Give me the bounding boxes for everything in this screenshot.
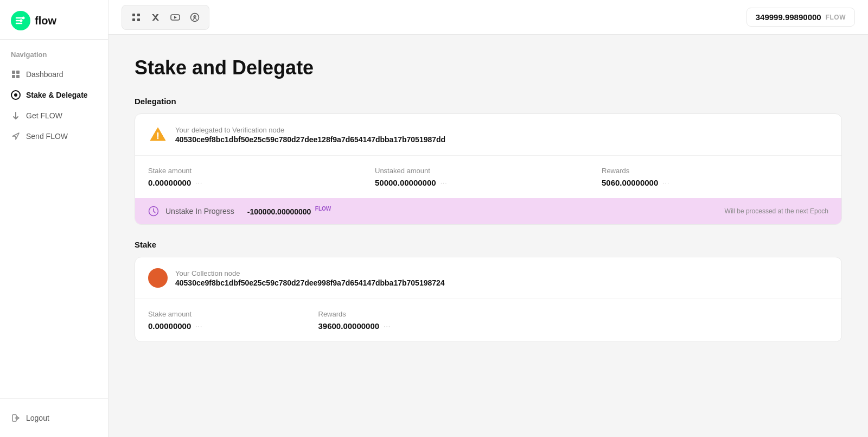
delegation-stake-value: 0.00000000: [148, 178, 191, 187]
balance-amount: 349999.99890000: [756, 12, 821, 22]
svg-rect-6: [16, 75, 20, 78]
stake-amount: Stake amount 0.00000000 ···: [148, 310, 318, 331]
send-flow-icon: [11, 131, 21, 141]
topbar-icon-group: [122, 5, 209, 30]
grid-icon-button[interactable]: [129, 10, 144, 25]
stake-stats: Stake amount 0.00000000 ··· Rewards 3960…: [135, 299, 841, 341]
sidebar: flow Navigation Dashboard Stake & Delega…: [0, 0, 108, 437]
github-icon-button[interactable]: [187, 10, 202, 25]
delegation-section-label: Delegation: [135, 97, 842, 106]
logo-text: flow: [35, 15, 56, 27]
delegation-card-header: Your delegated to Verification node 4053…: [135, 114, 841, 156]
stake-card: Your Collection node 40530ce9f8bc1dbf50e…: [135, 257, 842, 342]
unstake-note: Will be processed at the next Epoch: [725, 207, 828, 215]
delegation-unstaked-menu[interactable]: ···: [441, 179, 448, 187]
sidebar-logo: flow: [0, 0, 108, 40]
sidebar-item-get-flow[interactable]: Get FLOW: [0, 105, 108, 126]
unstake-amount: -100000.00000000: [247, 207, 311, 216]
delegation-stake-label: Stake amount: [148, 167, 375, 175]
delegation-stake-value-row: 0.00000000 ···: [148, 178, 375, 187]
svg-point-1: [22, 17, 25, 20]
delegation-rewards-menu[interactable]: ···: [662, 179, 669, 187]
dashboard-icon: [11, 69, 21, 79]
stake-rewards-menu[interactable]: ···: [384, 322, 391, 330]
unstake-in-progress-label: Unstake In Progress: [165, 207, 234, 216]
page-content: Stake and Delegate Delegation Your deleg…: [108, 35, 868, 437]
sidebar-bottom: Logout: [0, 398, 108, 437]
twitter-icon-button[interactable]: [148, 10, 163, 25]
sidebar-item-dashboard[interactable]: Dashboard: [0, 64, 108, 85]
delegation-unstaked-label: Unstaked amount: [375, 167, 602, 175]
stake-section-label: Stake: [135, 240, 842, 249]
page-title: Stake and Delegate: [135, 56, 842, 79]
delegation-rewards-value-row: 5060.00000000 ···: [602, 178, 828, 187]
sidebar-item-dashboard-label: Dashboard: [26, 70, 63, 79]
delegation-unstaked-amount: Unstaked amount 50000.00000000 ···: [375, 167, 602, 187]
youtube-icon-button[interactable]: [168, 10, 183, 25]
flow-logo-icon: [11, 11, 30, 30]
delegation-stake-amount: Stake amount 0.00000000 ···: [148, 167, 375, 187]
main-content: 349999.99890000 FLOW Stake and Delegate …: [108, 0, 868, 437]
logout-label: Logout: [26, 414, 49, 422]
stake-rewards-value: 39600.00000000: [318, 321, 380, 331]
delegation-rewards-label: Rewards: [602, 167, 828, 175]
stake-rewards-value-row: 39600.00000000 ···: [318, 321, 829, 331]
logout-icon: [11, 413, 21, 423]
clock-icon: [148, 206, 159, 217]
stake-rewards-label: Rewards: [318, 310, 829, 318]
delegation-node-type-label: Your delegated to Verification node: [175, 126, 445, 134]
collection-node-icon: [148, 268, 168, 288]
svg-rect-5: [12, 75, 15, 78]
balance-display: 349999.99890000 FLOW: [746, 8, 855, 27]
stake-amount-label: Stake amount: [148, 310, 318, 318]
delegation-unstaked-value-row: 50000.00000000 ···: [375, 178, 602, 187]
stake-node-info: Your Collection node 40530ce9f8bc1dbf50e…: [175, 269, 445, 287]
svg-rect-11: [137, 14, 140, 16]
stake-card-header: Your Collection node 40530ce9f8bc1dbf50e…: [135, 257, 841, 299]
sidebar-item-logout[interactable]: Logout: [0, 408, 108, 428]
delegation-node-info: Your delegated to Verification node 4053…: [175, 126, 445, 144]
svg-rect-3: [12, 71, 15, 74]
topbar: 349999.99890000 FLOW: [108, 0, 868, 35]
unstake-banner: Unstake In Progress -100000.00000000 FLO…: [135, 198, 841, 224]
get-flow-icon: [11, 111, 21, 121]
balance-unit: FLOW: [826, 14, 846, 21]
svg-rect-10: [132, 14, 135, 16]
sidebar-item-send-flow[interactable]: Send FLOW: [0, 126, 108, 147]
delegation-node-address: 40530ce9f8bc1dbf50e25c59c780d27dee128f9a…: [175, 135, 445, 144]
nav-section-label: Navigation: [0, 40, 108, 64]
svg-point-8: [14, 93, 17, 97]
svg-rect-12: [132, 18, 135, 21]
stake-amount-value: 0.00000000: [148, 321, 191, 331]
sidebar-item-stake-delegate[interactable]: Stake & Delegate: [0, 85, 108, 105]
warning-icon: [148, 125, 168, 144]
unstake-amount-value: -100000.00000000 FLOW: [245, 206, 331, 216]
stake-amount-value-row: 0.00000000 ···: [148, 321, 318, 331]
delegation-unstaked-value: 50000.00000000: [375, 178, 436, 187]
stake-node-type-label: Your Collection node: [175, 269, 445, 277]
svg-rect-4: [16, 71, 20, 74]
sidebar-item-send-flow-label: Send FLOW: [26, 132, 68, 141]
svg-rect-13: [137, 18, 140, 21]
delegation-rewards-value: 5060.00000000: [602, 178, 658, 187]
delegation-stake-menu[interactable]: ···: [195, 179, 202, 187]
delegation-stats: Stake amount 0.00000000 ··· Unstaked amo…: [135, 156, 841, 198]
stake-amount-menu[interactable]: ···: [195, 322, 202, 330]
delegation-rewards: Rewards 5060.00000000 ···: [602, 167, 828, 187]
sidebar-item-stake-label: Stake & Delegate: [26, 91, 88, 99]
unstake-unit: FLOW: [315, 206, 331, 212]
svg-point-2: [20, 20, 23, 22]
stake-node-address: 40530ce9f8bc1dbf50e25c59c780d27dee998f9a…: [175, 278, 445, 287]
delegation-card: Your delegated to Verification node 4053…: [135, 113, 842, 225]
sidebar-item-get-flow-label: Get FLOW: [26, 111, 62, 120]
stake-icon: [11, 90, 21, 100]
stake-rewards: Rewards 39600.00000000 ···: [318, 310, 829, 331]
